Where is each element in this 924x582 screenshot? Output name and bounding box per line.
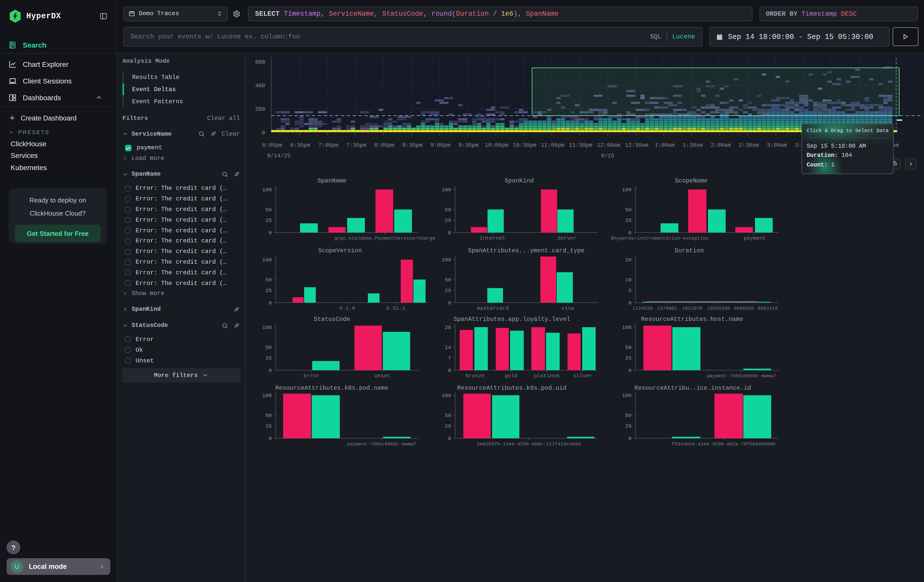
svg-text:ScopeVersion: ScopeVersion bbox=[318, 247, 362, 254]
svg-text:7:30pm: 7:30pm bbox=[346, 142, 366, 148]
svg-text:100: 100 bbox=[262, 187, 272, 193]
svg-text:0: 0 bbox=[448, 368, 451, 374]
svg-text:12:30am: 12:30am bbox=[625, 142, 648, 148]
svg-text:6:30pm: 6:30pm bbox=[290, 142, 310, 148]
svg-text:0: 0 bbox=[269, 300, 272, 306]
svg-text:gold: gold bbox=[505, 373, 517, 379]
svg-text:600: 600 bbox=[255, 59, 265, 66]
svg-text:50: 50 bbox=[625, 345, 632, 350]
svg-text:ResourceAttributes.k8s.pod.uid: ResourceAttributes.k8s.pod.uid bbox=[457, 385, 566, 391]
svg-text:10:00pm: 10:00pm bbox=[485, 142, 508, 148]
svg-text:28: 28 bbox=[445, 325, 451, 330]
svg-text:0: 0 bbox=[269, 230, 272, 236]
svg-text:payment-7985c8969c-mwmw7: payment-7985c8969c-mwmw7 bbox=[347, 441, 416, 447]
svg-text:4090920: 4090920 bbox=[734, 306, 754, 311]
svg-text:1376801: 1376801 bbox=[657, 306, 677, 311]
svg-text:25: 25 bbox=[625, 218, 632, 223]
svg-text:5e02b5fb-13ae-4296-bbbc-111f42: 5e02b5fb-13ae-4296-bbbc-111f423c460d bbox=[477, 441, 581, 447]
svg-text:25: 25 bbox=[445, 218, 451, 223]
svg-text:50: 50 bbox=[625, 207, 632, 213]
svg-text:7:00pm: 7:00pm bbox=[318, 142, 338, 148]
svg-text:50: 50 bbox=[445, 207, 451, 213]
svg-text:ResourceAttributes.host.name: ResourceAttributes.host.name bbox=[641, 316, 743, 323]
svg-text:0: 0 bbox=[269, 436, 272, 442]
svg-text:25: 25 bbox=[445, 423, 451, 429]
svg-text:25: 25 bbox=[625, 423, 632, 429]
svg-text:9983218: 9983218 bbox=[757, 306, 778, 311]
svg-text:mastercard: mastercard bbox=[477, 305, 509, 311]
svg-text:19935295: 19935295 bbox=[707, 306, 730, 311]
svg-text:7: 7 bbox=[448, 355, 451, 361]
svg-text:50: 50 bbox=[445, 413, 451, 419]
svg-text:0: 0 bbox=[628, 300, 632, 306]
svg-text:9:30pm: 9:30pm bbox=[459, 142, 478, 148]
svg-text:9:00pm: 9:00pm bbox=[431, 142, 450, 148]
svg-text:100: 100 bbox=[262, 325, 272, 330]
svg-text:visa: visa bbox=[561, 305, 574, 311]
svg-text:Error: Error bbox=[304, 373, 319, 379]
svg-text:100: 100 bbox=[442, 257, 451, 263]
svg-text:8:00pm: 8:00pm bbox=[375, 142, 394, 148]
svg-text:f5344ec9-a1ea-4290-a62a-78f5be: f5344ec9-a1ea-4290-a62a-78f5bee8d90b bbox=[672, 441, 776, 447]
svg-text:25: 25 bbox=[266, 423, 272, 429]
svg-text:100: 100 bbox=[262, 393, 272, 399]
svg-text:0.1.0: 0.1.0 bbox=[339, 305, 355, 311]
svg-text:10: 10 bbox=[625, 277, 632, 283]
svg-text:StatusCode: StatusCode bbox=[314, 316, 350, 323]
svg-text:0.51.1: 0.51.1 bbox=[386, 305, 405, 311]
svg-text:12:00am: 12:00am bbox=[597, 142, 620, 148]
svg-text:8:30pm: 8:30pm bbox=[402, 142, 422, 148]
svg-text:10:30pm: 10:30pm bbox=[513, 142, 536, 148]
svg-text:grpc.oteldemo.PaymentService/C: grpc.oteldemo.PaymentService/Charge bbox=[334, 236, 435, 241]
svg-text:1621070: 1621070 bbox=[682, 306, 702, 311]
svg-text:50: 50 bbox=[266, 413, 272, 419]
svg-text:100: 100 bbox=[622, 325, 632, 330]
svg-text:payment: payment bbox=[744, 235, 766, 241]
svg-text:bronze: bronze bbox=[465, 373, 485, 379]
svg-text:0: 0 bbox=[269, 368, 272, 374]
svg-text:1:30am: 1:30am bbox=[683, 142, 703, 148]
svg-text:Server: Server bbox=[558, 235, 577, 241]
svg-text:Unset: Unset bbox=[375, 373, 390, 379]
svg-text:platinum: platinum bbox=[534, 373, 559, 379]
svg-text:25: 25 bbox=[266, 288, 272, 293]
svg-text:14: 14 bbox=[445, 345, 451, 350]
svg-text:@hyperdx/instrumentation-excep: @hyperdx/instrumentation-exception bbox=[611, 236, 709, 241]
svg-text:9/14/25: 9/14/25 bbox=[267, 153, 290, 159]
svg-text:0: 0 bbox=[628, 368, 632, 374]
svg-text:50: 50 bbox=[445, 277, 451, 283]
svg-text:1:00am: 1:00am bbox=[655, 142, 675, 148]
svg-text:Internal: Internal bbox=[480, 235, 505, 241]
svg-text:0: 0 bbox=[262, 130, 265, 136]
svg-text:ResourceAttribu..ice.instance.: ResourceAttribu..ice.instance.id bbox=[635, 385, 751, 391]
svg-text:50: 50 bbox=[266, 345, 272, 350]
svg-text:ResourceAttributes.k8s.pod.nam: ResourceAttributes.k8s.pod.name bbox=[275, 385, 388, 391]
svg-text:ScopeName: ScopeName bbox=[675, 177, 708, 184]
svg-text:400: 400 bbox=[255, 83, 265, 89]
svg-text:SpanAttributes.app.loyalty.lev: SpanAttributes.app.loyalty.level bbox=[454, 316, 570, 323]
svg-text:0: 0 bbox=[448, 230, 451, 236]
svg-text:SpanName: SpanName bbox=[317, 177, 346, 184]
svg-text:silver: silver bbox=[573, 373, 592, 379]
svg-text:25: 25 bbox=[266, 355, 272, 361]
svg-text:0: 0 bbox=[448, 300, 451, 306]
svg-text:3:00am: 3:00am bbox=[767, 142, 787, 148]
svg-text:25: 25 bbox=[266, 218, 272, 223]
svg-text:0: 0 bbox=[628, 230, 632, 236]
svg-text:0: 0 bbox=[628, 436, 632, 442]
svg-text:SpanAttributes...yment.card_ty: SpanAttributes...yment.card_type bbox=[468, 247, 585, 254]
svg-text:Duration: Duration bbox=[675, 247, 704, 254]
svg-text:50: 50 bbox=[266, 207, 272, 213]
svg-text:11:00pm: 11:00pm bbox=[541, 142, 564, 148]
svg-text:6:00pm: 6:00pm bbox=[262, 142, 282, 148]
svg-text:9/15: 9/15 bbox=[601, 153, 614, 159]
svg-text:50: 50 bbox=[625, 413, 632, 419]
svg-text:200: 200 bbox=[255, 106, 265, 113]
svg-text:100: 100 bbox=[442, 393, 451, 399]
svg-text:100: 100 bbox=[262, 257, 272, 263]
svg-text:0: 0 bbox=[448, 436, 451, 442]
svg-text:2:00am: 2:00am bbox=[711, 142, 731, 148]
svg-text:50: 50 bbox=[266, 277, 272, 283]
svg-text:25: 25 bbox=[445, 288, 451, 293]
svg-text:20: 20 bbox=[625, 257, 632, 263]
